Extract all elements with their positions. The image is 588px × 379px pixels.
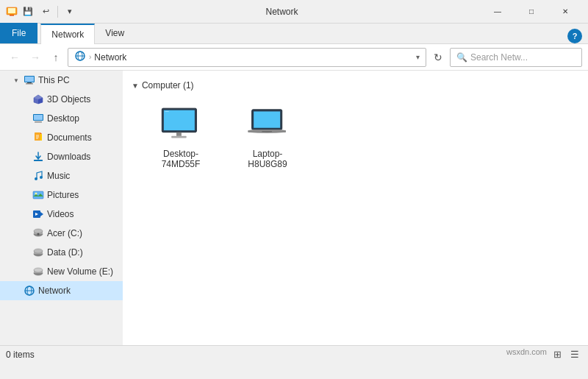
address-bar-row: ← → ↑ › Network ▾ ↻ 🔍 Search Netw... <box>0 44 588 71</box>
tab-view[interactable]: View <box>95 23 135 43</box>
up-button[interactable]: ↑ <box>47 49 65 66</box>
this-pc-label: This PC <box>38 75 70 85</box>
desktop-label: Desktop <box>47 113 79 124</box>
status-view-icons: wsxdn.com ⊞ ☰ <box>506 347 582 362</box>
acer-c-label: Acer (C:) <box>47 228 82 238</box>
sidebar-item-this-pc[interactable]: ▼ This PC <box>0 71 123 90</box>
sidebar-item-acer-c[interactable]: Acer (C:) <box>0 224 123 243</box>
tab-file[interactable]: File <box>0 23 37 43</box>
grid-item-desktop-74md55f[interactable]: Desktop-74MD55F <box>140 100 221 176</box>
quick-access-toolbar: 💾 ↩ ▾ <box>6 4 77 19</box>
svg-marker-28 <box>40 212 43 216</box>
maximize-button[interactable]: □ <box>514 0 548 24</box>
downloads-label: Downloads <box>47 152 90 162</box>
section-chevron: ▼ <box>132 82 139 90</box>
main-area: ▼ This PC 3D Objects <box>0 71 588 345</box>
status-bar: 0 items wsxdn.com ⊞ ☰ <box>0 345 588 363</box>
this-pc-icon <box>24 74 35 86</box>
sidebar: ▼ This PC 3D Objects <box>0 71 123 345</box>
search-placeholder: Search Netw... <box>470 52 528 63</box>
svg-point-23 <box>35 177 37 180</box>
3d-objects-icon <box>32 93 44 105</box>
items-grid: Desktop-74MD55F Laptop-H8U8G89 <box>129 94 582 182</box>
back-button[interactable]: ← <box>6 49 24 66</box>
watermark-text: wsxdn.com <box>506 347 547 362</box>
section-title: Computer (1) <box>142 80 194 91</box>
laptop-h8u8g89-icon <box>245 107 290 144</box>
sidebar-item-videos[interactable]: Videos <box>0 205 123 224</box>
section-header-computer[interactable]: ▼ Computer (1) <box>129 77 582 94</box>
desktop-74md55f-label: Desktop-74MD55F <box>147 149 215 169</box>
app-icon <box>6 6 18 18</box>
pictures-icon <box>32 189 44 201</box>
address-network-icon <box>74 50 86 64</box>
address-dropdown-icon[interactable]: ▾ <box>416 53 420 61</box>
svg-rect-18 <box>40 134 42 141</box>
svg-rect-7 <box>25 77 34 82</box>
sidebar-item-new-volume[interactable]: New Volume (E:) <box>0 262 123 281</box>
svg-marker-17 <box>40 132 42 134</box>
grid-item-laptop-h8u8g89[interactable]: Laptop-H8U8G89 <box>227 100 308 176</box>
refresh-button[interactable]: ↻ <box>429 49 447 66</box>
title-bar: 💾 ↩ ▾ Network — □ ✕ <box>0 0 588 24</box>
svg-rect-44 <box>164 110 195 130</box>
forward-button[interactable]: → <box>26 49 44 66</box>
sidebar-item-data-d[interactable]: Data (D:) <box>0 243 123 262</box>
svg-rect-15 <box>35 121 42 123</box>
sidebar-item-pictures[interactable]: Pictures <box>0 185 123 205</box>
svg-rect-16 <box>35 132 40 141</box>
pictures-label: Pictures <box>47 190 79 200</box>
laptop-h8u8g89-label: Laptop-H8U8G89 <box>234 149 301 169</box>
minimize-button[interactable]: — <box>481 0 514 24</box>
svg-rect-14 <box>34 115 43 120</box>
sidebar-item-network[interactable]: Network <box>0 281 123 300</box>
new-volume-icon <box>32 266 44 277</box>
search-icon: 🔍 <box>456 52 467 63</box>
sidebar-item-3d-objects[interactable]: 3D Objects <box>0 90 123 109</box>
music-icon <box>32 170 44 182</box>
quick-save-button[interactable]: 💾 <box>21 4 35 19</box>
svg-point-24 <box>40 176 43 179</box>
data-d-label: Data (D:) <box>47 247 83 258</box>
network-icon <box>24 285 35 297</box>
svg-rect-51 <box>262 131 272 132</box>
videos-label: Videos <box>47 209 74 219</box>
svg-rect-45 <box>176 132 182 136</box>
svg-point-33 <box>37 233 40 235</box>
svg-rect-49 <box>254 111 280 127</box>
sidebar-item-music[interactable]: Music <box>0 166 123 185</box>
sidebar-item-downloads[interactable]: Downloads <box>0 147 123 166</box>
help-button[interactable]: ? <box>567 29 582 43</box>
window-title: Network <box>83 7 481 17</box>
desktop-74md55f-icon <box>159 107 203 144</box>
content-area: ▼ Computer (1) Desktop-74MD55F <box>123 71 588 345</box>
quick-dropdown-button[interactable]: ▾ <box>62 4 77 19</box>
svg-point-36 <box>34 249 43 253</box>
chevron-this-pc: ▼ <box>12 77 21 84</box>
tab-network[interactable]: Network <box>40 24 95 44</box>
documents-label: Documents <box>47 132 92 143</box>
3d-objects-label: 3D Objects <box>47 94 90 105</box>
svg-rect-22 <box>34 160 43 161</box>
svg-rect-8 <box>27 82 32 83</box>
videos-icon <box>32 208 44 220</box>
acer-c-icon <box>32 227 44 239</box>
sidebar-item-documents[interactable]: Documents <box>0 128 123 147</box>
sidebar-item-desktop[interactable]: Desktop <box>0 109 123 128</box>
status-item-count: 0 items <box>6 350 501 360</box>
view-details-button[interactable]: ⊞ <box>550 347 564 362</box>
music-label: Music <box>47 171 70 181</box>
network-label: Network <box>38 286 71 296</box>
search-box[interactable]: 🔍 Search Netw... <box>450 48 582 67</box>
breadcrumb-arrow: › <box>89 53 91 61</box>
new-volume-label: New Volume (E:) <box>47 266 113 277</box>
svg-rect-1 <box>8 8 15 13</box>
data-d-icon <box>32 247 44 258</box>
address-box[interactable]: › Network ▾ <box>68 48 426 67</box>
close-button[interactable]: ✕ <box>548 0 582 24</box>
quick-undo-button[interactable]: ↩ <box>38 4 53 19</box>
desktop-icon <box>32 113 44 124</box>
downloads-icon <box>32 151 44 163</box>
toolbar-divider <box>57 6 58 18</box>
view-list-button[interactable]: ☰ <box>567 347 582 362</box>
